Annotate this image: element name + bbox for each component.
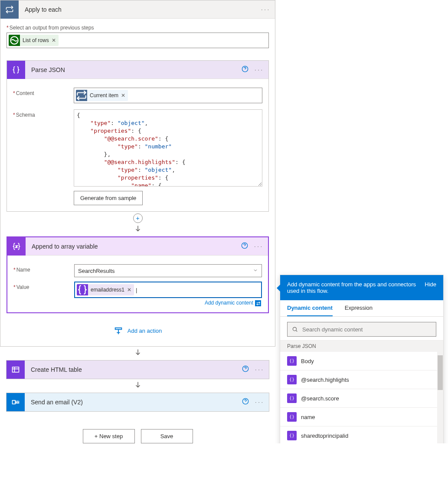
name-value: SearchResults <box>78 268 115 274</box>
schema-label: Schema <box>13 109 74 118</box>
svg-text:x: x <box>15 244 18 249</box>
token-label: List of rows <box>23 37 49 43</box>
dynamic-content-item[interactable]: @search.score <box>280 389 443 408</box>
send-email-help-icon[interactable] <box>242 398 249 406</box>
json-icon <box>287 375 297 384</box>
generate-from-sample-button[interactable]: Generate from sample <box>74 191 143 205</box>
emailaddress1-token[interactable]: emailaddress1 ✕ <box>77 284 134 295</box>
dynamic-content-item[interactable]: sharedtoprincipalid <box>280 426 443 443</box>
popover-group-header: Parse JSON <box>280 340 443 352</box>
dynamic-content-item[interactable]: @search.highlights <box>280 370 443 389</box>
create-html-table-icon <box>7 361 25 379</box>
content-input[interactable]: Current item ✕ <box>74 88 262 103</box>
append-more-icon[interactable]: · · · <box>254 243 262 249</box>
dynamic-content-item[interactable]: Body <box>280 352 443 370</box>
popover-header-text: Add dynamic content from the apps and co… <box>287 281 419 294</box>
json-icon <box>287 431 297 440</box>
parse-json-card: Parse JSON · · · Content <box>7 60 269 212</box>
apply-to-each-title: Apply to each <box>19 6 255 13</box>
json-icon <box>77 284 88 295</box>
parse-json-help-icon[interactable] <box>242 66 249 74</box>
value-label: Value <box>13 282 74 290</box>
tab-expression[interactable]: Expression <box>345 305 373 316</box>
item-label: name <box>301 414 315 420</box>
token-label: emailaddress1 <box>91 287 124 293</box>
new-step-button[interactable]: + New step <box>83 429 135 443</box>
text-caret: | <box>136 287 137 293</box>
parse-json-title: Parse JSON <box>25 66 235 73</box>
token-remove-icon[interactable]: ✕ <box>52 37 56 43</box>
token-label: Current item <box>90 92 118 98</box>
parse-json-more-icon[interactable]: · · · <box>255 66 262 73</box>
loop-icon <box>76 90 87 101</box>
list-of-rows-token[interactable]: List of rows ✕ <box>9 35 59 46</box>
append-help-icon[interactable] <box>241 242 248 250</box>
create-html-more-icon[interactable]: · · · <box>255 366 263 373</box>
popover-arrow-icon <box>277 284 281 292</box>
arrow-connector-icon <box>7 223 269 236</box>
arrow-connector-icon <box>0 379 275 393</box>
output-from-previous-input[interactable]: List of rows ✕ <box>7 33 269 48</box>
svg-rect-4 <box>115 328 121 329</box>
item-label: sharedtoprincipalid <box>301 433 348 439</box>
svg-rect-8 <box>13 400 15 403</box>
dataverse-icon <box>9 35 20 46</box>
create-html-table-card[interactable]: Create HTML table · · · <box>6 360 269 379</box>
item-label: @search.highlights <box>301 377 349 383</box>
svg-rect-5 <box>13 367 19 372</box>
search-dynamic-content-input[interactable] <box>287 322 436 337</box>
svg-point-10 <box>293 327 296 331</box>
append-header[interactable]: x Append to array variable · · · <box>7 237 268 256</box>
send-email-more-icon[interactable]: · · · <box>255 399 263 405</box>
content-label: Content <box>13 88 74 96</box>
search-input-field[interactable] <box>301 326 432 333</box>
item-label: @search.score <box>301 395 339 402</box>
output-from-previous-label: Select an output from previous steps <box>7 25 269 31</box>
value-input[interactable]: emailaddress1 ✕ | <box>74 282 262 298</box>
item-label: Body <box>301 358 314 364</box>
dynamic-content-item[interactable]: name <box>280 408 443 426</box>
hide-button[interactable]: Hide <box>425 281 436 294</box>
schema-textarea[interactable]: { "type": "object", "properties": { "@@s… <box>74 109 262 187</box>
chevron-down-icon <box>253 268 258 274</box>
arrow-connector-icon <box>0 347 275 360</box>
send-email-card[interactable]: Send an email (V2) · · · <box>6 393 269 412</box>
append-to-array-card: x Append to array variable · · · Name <box>7 236 269 313</box>
scrollbar-thumb[interactable] <box>438 355 443 390</box>
save-button[interactable]: Save <box>141 429 193 443</box>
tab-dynamic-content[interactable]: Dynamic content <box>287 305 333 316</box>
apply-to-each-icon <box>0 0 19 19</box>
add-dyn-icon: ⇄ <box>255 300 261 306</box>
variable-icon: x <box>7 237 26 256</box>
current-item-token[interactable]: Current item ✕ <box>76 90 128 101</box>
json-icon <box>287 393 297 403</box>
token-remove-icon[interactable]: ✕ <box>121 92 125 98</box>
token-remove-icon[interactable]: ✕ <box>127 287 131 293</box>
send-email-title: Send an email (V2) <box>25 399 236 406</box>
search-icon <box>292 326 298 332</box>
append-title: Append to array variable <box>26 243 235 250</box>
dynamic-content-list: Body@search.highlights@search.scorenames… <box>280 352 443 443</box>
create-html-help-icon[interactable] <box>242 365 249 374</box>
apply-to-each-more-icon[interactable]: · · · <box>261 6 269 13</box>
scrollbar[interactable] <box>437 352 443 443</box>
parse-json-icon <box>7 61 25 79</box>
name-select[interactable]: SearchResults <box>74 264 262 277</box>
apply-to-each-header[interactable]: Apply to each · · · <box>0 0 275 19</box>
parse-json-header[interactable]: Parse JSON · · · <box>7 61 268 79</box>
add-an-action-button[interactable]: Add an action <box>7 313 269 340</box>
json-icon <box>287 356 297 366</box>
insert-step-plus[interactable]: + <box>7 213 269 223</box>
create-html-table-title: Create HTML table <box>25 366 236 373</box>
apply-to-each-card: Apply to each · · · Select an output fro… <box>0 0 275 347</box>
outlook-icon <box>7 393 25 411</box>
add-action-icon <box>114 326 123 336</box>
name-label: Name <box>13 264 74 273</box>
add-dynamic-content-link[interactable]: Add dynamic content⇄ <box>74 298 262 306</box>
dynamic-content-popover: Add dynamic content from the apps and co… <box>280 275 444 443</box>
json-icon <box>287 412 297 422</box>
